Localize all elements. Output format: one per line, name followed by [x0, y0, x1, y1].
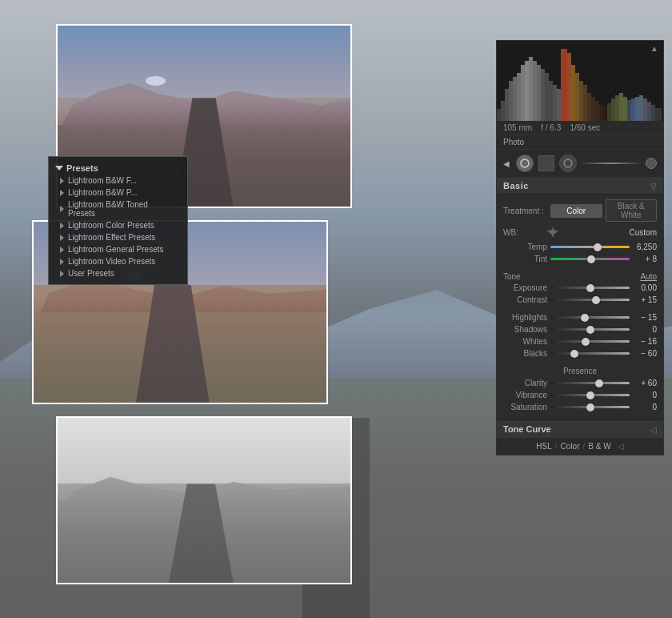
- svg-rect-9: [533, 61, 537, 121]
- shutter-speed: 1/60 sec: [570, 123, 600, 132]
- preset-item-2[interactable]: Lightroom B&W P...: [49, 187, 187, 199]
- wb-label: WB:: [503, 228, 547, 237]
- photo-bw-sky: [58, 418, 350, 484]
- color-treatment-button[interactable]: Color: [550, 204, 602, 218]
- spot-removal-button[interactable]: [559, 154, 577, 172]
- vibrance-slider[interactable]: [550, 394, 630, 396]
- svg-rect-37: [647, 102, 651, 121]
- crop-tool-button[interactable]: [516, 154, 534, 172]
- exposure-thumb[interactable]: [586, 284, 594, 292]
- eyedropper-icon[interactable]: [547, 227, 558, 238]
- hsl-arrow-icon: ◁: [618, 442, 624, 451]
- tint-slider[interactable]: [550, 258, 630, 260]
- photo-bw-bottom: [56, 416, 352, 584]
- exposure-value: 0.00: [633, 283, 657, 292]
- arrow-left-icon[interactable]: ◀: [503, 159, 510, 168]
- histogram-chart: [497, 41, 663, 121]
- preset-arrow-icon-8: [60, 271, 64, 277]
- vibrance-thumb[interactable]: [586, 391, 594, 399]
- tool-strip: ◀: [497, 150, 663, 178]
- svg-rect-27: [607, 103, 611, 121]
- presence-label: Presence: [503, 367, 657, 375]
- svg-rect-13: [549, 81, 553, 121]
- blacks-slider[interactable]: [550, 352, 630, 355]
- highlights-value: − 15: [633, 313, 657, 322]
- svg-rect-0: [497, 109, 501, 121]
- presets-header: Presets: [49, 162, 187, 175]
- auto-button[interactable]: Auto: [640, 272, 657, 281]
- preset-item-6[interactable]: Lightroom General Presets: [49, 243, 187, 255]
- preset-arrow-icon-2: [60, 190, 64, 196]
- hsl-tab[interactable]: HSL: [536, 442, 551, 451]
- basic-section-header[interactable]: Basic ▽: [497, 178, 663, 195]
- saturation-slider[interactable]: [550, 406, 630, 408]
- svg-rect-18: [571, 65, 575, 121]
- whites-label: Whites: [503, 337, 547, 346]
- photo-collage: [48, 16, 384, 600]
- color-tab[interactable]: Color: [561, 442, 580, 451]
- clarity-slider[interactable]: [550, 382, 630, 384]
- presets-collapse-icon: [55, 166, 63, 171]
- svg-rect-39: [655, 108, 662, 121]
- svg-rect-14: [553, 85, 557, 121]
- saturation-thumb[interactable]: [586, 403, 594, 411]
- svg-rect-21: [583, 85, 587, 121]
- treatment-row: Treatment : Color Black & White: [503, 199, 657, 222]
- blacks-thumb[interactable]: [570, 350, 578, 358]
- preset-item-3[interactable]: Lightroom B&W Toned Presets: [49, 199, 187, 219]
- shadows-thumb[interactable]: [586, 326, 594, 334]
- bw-treatment-button[interactable]: Black & White: [606, 199, 658, 222]
- bw-tab[interactable]: B & W: [588, 442, 610, 451]
- preset-item-1[interactable]: Lightroom B&W F...: [49, 175, 187, 187]
- preset-item-4[interactable]: Lightroom Color Presets: [49, 219, 187, 231]
- highlights-slider[interactable]: [550, 316, 630, 319]
- preset-item-5[interactable]: Lightroom Effect Presets: [49, 231, 187, 243]
- temp-value: 6,250: [633, 243, 657, 251]
- treatment-label: Treatment :: [503, 207, 547, 215]
- vibrance-value: 0: [633, 391, 657, 399]
- tone-auto-row: Tone Auto: [503, 272, 657, 281]
- svg-point-40: [521, 159, 529, 167]
- temp-thumb[interactable]: [594, 243, 602, 251]
- transform-tool-button[interactable]: [538, 155, 554, 171]
- contrast-label: Contrast: [503, 295, 547, 304]
- preset-item-7[interactable]: Lightroom Video Presets: [49, 255, 187, 267]
- spot-removal-icon: [563, 159, 573, 168]
- shadows-slider[interactable]: [550, 328, 630, 331]
- exposure-slider-row: Exposure 0.00: [503, 283, 657, 292]
- clarity-label: Clarity: [503, 379, 547, 387]
- svg-rect-15: [557, 89, 561, 121]
- clarity-value: + 60: [633, 379, 657, 387]
- temp-slider-row: Temp 6,250: [503, 243, 657, 251]
- camera-info-bar: 105 mm f / 6.3 1/60 sec: [497, 121, 663, 135]
- preset-arrow-icon-7: [60, 259, 64, 265]
- svg-rect-3: [509, 81, 513, 121]
- svg-rect-31: [623, 97, 627, 121]
- shadows-slider-row: Shadows 0: [503, 325, 657, 334]
- tint-thumb[interactable]: [587, 255, 595, 263]
- histogram-expand-icon[interactable]: ▲: [650, 44, 658, 53]
- crop-icon: [520, 159, 530, 168]
- contrast-slider[interactable]: [550, 299, 630, 301]
- svg-rect-10: [537, 65, 541, 121]
- preset-item-8[interactable]: User Presets: [49, 267, 187, 279]
- preset-arrow-icon-1: [60, 178, 64, 184]
- highlights-label: Highlights: [503, 313, 547, 322]
- svg-rect-26: [603, 106, 607, 121]
- svg-rect-19: [575, 73, 579, 121]
- contrast-thumb[interactable]: [592, 296, 600, 304]
- preset-arrow-icon-3: [60, 206, 64, 212]
- temp-slider[interactable]: [550, 246, 630, 248]
- exposure-slider[interactable]: [550, 287, 630, 289]
- blacks-slider-row: Blacks − 60: [503, 349, 657, 358]
- svg-rect-4: [513, 77, 517, 121]
- wb-value: Custom: [562, 228, 657, 237]
- highlights-thumb[interactable]: [581, 314, 589, 322]
- divider-3: [503, 362, 657, 363]
- svg-rect-38: [651, 105, 655, 121]
- svg-rect-5: [517, 73, 521, 121]
- clarity-thumb[interactable]: [595, 379, 603, 387]
- whites-slider[interactable]: [550, 340, 630, 343]
- tone-curve-section[interactable]: Tone Curve ◁: [497, 419, 663, 438]
- whites-thumb[interactable]: [582, 338, 590, 346]
